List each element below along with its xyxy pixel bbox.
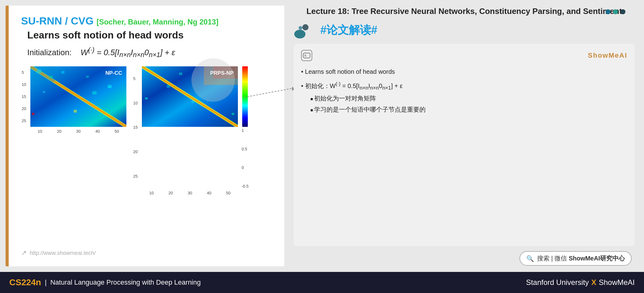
colorbar-mid1: 0.5 <box>242 147 248 151</box>
annotation-sublist: 初始化为一对对角矩阵 学习的是一个短语中哪个子节点是重要的 <box>310 93 627 115</box>
ai-svg: A: <box>303 53 310 58</box>
annotation-subitem-1: 初始化为一对对角矩阵 <box>310 93 627 104</box>
matrix-np-cc-label: NP-CC <box>105 70 122 76</box>
hashtag-text: #论文解读# <box>320 23 377 38</box>
formula-math: W(·) = 0.5[In×nIn×n0n×1] + ε <box>81 48 175 57</box>
svg-rect-24 <box>179 73 182 75</box>
svg-point-29 <box>302 24 309 30</box>
axis-y-2: 510152025 <box>133 66 138 189</box>
axis-x-1: 1020304050 <box>30 129 126 134</box>
slide-title-text: SU-RNN / CVG <box>21 15 94 27</box>
right-panel: Lecture 18: Tree Recursive Neural Networ… <box>284 0 644 272</box>
bottom-bar: CS224n | Natural Language Processing wit… <box>0 272 644 293</box>
course-name: Natural Language Processing with Deep Le… <box>50 278 201 286</box>
formula-label: Initialization: <box>27 48 72 57</box>
slide-title-ref: [Socher, Bauer, Manning, Ng 2013] <box>97 18 218 26</box>
svg-rect-8 <box>32 113 34 115</box>
annotation-subitem-2: 学习的是一个短语中哪个子节点是重要的 <box>310 104 627 115</box>
svg-rect-12 <box>86 76 89 78</box>
footer-url: http://www.showmeai.tech/ <box>30 250 96 256</box>
dot-2 <box>613 9 618 14</box>
dots-row <box>606 9 625 14</box>
slide-panel: SU-RNN / CVG [Socher, Bauer, Manning, Ng… <box>6 6 284 266</box>
dot-3 <box>620 9 625 14</box>
slide-subtitle: Learns soft notion of head words <box>27 29 272 41</box>
svg-line-26 <box>244 88 294 97</box>
brand-name: ShowMeAI <box>599 278 635 287</box>
hashtag-row: #论文解读# <box>294 22 635 39</box>
axis-y-1: 510152025 <box>22 66 26 127</box>
wave-icon <box>294 22 315 39</box>
annotation-item-2-text: 初始化：W(·) = 0.5[In×nIn×n0n×1] + ε <box>305 82 403 89</box>
svg-rect-23 <box>232 113 234 115</box>
matrix-np-cc: 510152025 <box>30 66 126 127</box>
annotation-subitem-2-text: 学习的是一个短语中哪个子节点是重要的 <box>314 106 426 113</box>
search-bar-container: 🔍 搜索 | 微信 ShowMeAI研究中心 <box>294 251 635 266</box>
annotation-subitem-1-text: 初始化为一对对角矩阵 <box>314 95 376 102</box>
dashed-arrow <box>244 85 300 110</box>
lecture-title: Lecture 18: Tree Recursive Neural Networ… <box>294 6 635 17</box>
annotation-box: A: ShowMeAI Learns soft notion of head w… <box>294 44 635 246</box>
svg-text:A:: A: <box>304 54 307 57</box>
svg-rect-9 <box>74 110 77 113</box>
svg-rect-21 <box>167 85 170 88</box>
colorbar-labels: 1 0.5 0 -0.5 <box>242 128 248 189</box>
axis-x-2: 1020304050 <box>142 191 238 195</box>
svg-rect-22 <box>191 100 195 103</box>
annotation-item-2: 初始化：W(·) = 0.5[In×nIn×n0n×1] + ε 初始化为一对对… <box>301 80 627 115</box>
svg-rect-7 <box>92 91 97 95</box>
slide-formula: Initialization: W(·) = 0.5[In×nIn×n0n×1]… <box>27 46 272 59</box>
matrix-prps-np-label: PRPS-NP <box>210 70 234 76</box>
annotation-header: A: ShowMeAI <box>301 50 627 61</box>
ai-icon: A: <box>301 50 312 61</box>
annotation-item-1: Learns soft notion of head words <box>301 66 627 77</box>
course-divider: | <box>45 278 47 286</box>
search-icon: 🔍 <box>526 255 534 262</box>
university-name: Stanford University <box>526 278 589 287</box>
svg-rect-10 <box>108 85 112 88</box>
university-info: Stanford University X ShowMeAI <box>526 278 635 287</box>
svg-rect-11 <box>43 91 45 93</box>
slide-title: SU-RNN / CVG [Socher, Bauer, Manning, Ng… <box>21 15 272 27</box>
colorbar-min: -0.5 <box>242 184 248 189</box>
svg-point-28 <box>294 30 305 38</box>
svg-rect-13 <box>30 66 55 82</box>
matrices-row: 510152025 <box>30 66 272 189</box>
colorbar-max: 1 <box>242 128 248 133</box>
x-separator: X <box>591 278 596 287</box>
annotation-list: Learns soft notion of head words 初始化：W(·… <box>301 66 627 115</box>
svg-rect-6 <box>61 71 64 73</box>
svg-rect-20 <box>145 97 148 100</box>
circle-decoration <box>191 58 235 102</box>
colorbar-mid2: 0 <box>242 165 248 170</box>
course-code: CS224n <box>9 277 41 287</box>
annotation-item-1-text: Learns soft notion of head words <box>305 68 395 75</box>
lecture-header: Lecture 18: Tree Recursive Neural Networ… <box>294 6 635 17</box>
search-bar[interactable]: 🔍 搜索 | 微信 ShowMeAI研究中心 <box>519 251 632 266</box>
slide-footer: ↗ http://www.showmeai.tech/ <box>21 199 272 257</box>
cursor-icon: ↗ <box>21 249 27 257</box>
showmeai-brand: ShowMeAI <box>588 51 627 60</box>
dot-1 <box>606 9 611 14</box>
search-text: 搜索 | 微信 ShowMeAI研究中心 <box>537 254 625 263</box>
course-info: CS224n | Natural Language Processing wit… <box>9 277 201 287</box>
svg-point-30 <box>299 26 302 30</box>
